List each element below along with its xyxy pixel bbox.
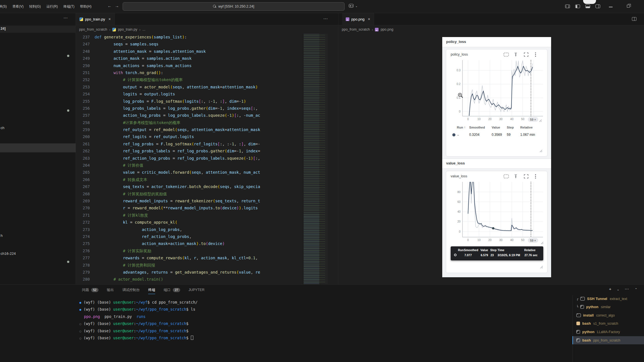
customize-layout-icon[interactable] — [565, 4, 570, 8]
table-header[interactable]: Step — [507, 126, 514, 129]
table-header[interactable]: Smoothed — [469, 126, 485, 129]
breadcrumb-file[interactable]: ppo.png — [381, 28, 393, 31]
terminal-list-item-python-llama[interactable]: python LLaMA-Factory — [572, 328, 644, 336]
tab-ppo-train-py[interactable]: ppo_train.py × — [76, 13, 115, 25]
breadcrumb-folder[interactable]: ppo_from_scratch — [342, 28, 370, 31]
editor-tab-bar: ppo.png × — [338, 13, 644, 25]
breadcrumb-file[interactable]: ppo_train.py — [118, 28, 137, 31]
menu-selection[interactable]: 择(S) — [0, 4, 10, 9]
menu-help[interactable]: 帮助(H) — [77, 4, 94, 9]
command-center-search[interactable]: wyf [SSH: 10.250.2.24] — [123, 2, 345, 11]
toggle-sidebar-icon[interactable] — [575, 4, 580, 8]
back-icon[interactable]: ← — [107, 3, 112, 8]
bottom-panel: 问题52 输出 调试控制台 终端 端口27 JUPYTER + ⌄ ⋯ ⌃ ● … — [0, 284, 644, 362]
fullscreen-icon[interactable] — [524, 52, 528, 57]
terminal-list-item-python[interactable]: └ python similar — [572, 303, 644, 311]
mouse-cursor-blob — [583, 0, 596, 4]
forward-icon[interactable]: → — [115, 3, 119, 8]
chart-title: policy_loss — [451, 52, 468, 56]
tab-debug-console[interactable]: 调试控制台 — [122, 285, 140, 295]
maximize-panel-icon[interactable]: ⌃ — [635, 288, 637, 291]
tab-problems[interactable]: 问题52 — [82, 285, 98, 295]
editor-tab-bar: ppo_train.py × — [76, 13, 338, 25]
terminal-dropdown-icon[interactable]: ⌄ — [617, 288, 619, 291]
line-number: 278 — [76, 262, 90, 269]
code-editor[interactable]: 237def generate_experiences(samples_list… — [76, 34, 302, 284]
tab-jupyter[interactable]: JUPYTER — [189, 285, 205, 295]
svg-text:40: 40 — [457, 210, 461, 213]
toggle-secondary-sidebar-icon[interactable] — [595, 4, 600, 8]
python-file-icon — [79, 17, 83, 21]
toggle-panel-icon[interactable] — [585, 4, 590, 8]
restore-icon[interactable] — [627, 5, 630, 8]
run-color-dot[interactable] — [452, 133, 455, 136]
badge-close-icon[interactable]: × — [534, 118, 536, 121]
badge-close-icon[interactable]: × — [534, 239, 536, 242]
sidebar-header-row[interactable] — [0, 26, 76, 33]
table-header[interactable]: Run ↑ — [457, 126, 466, 129]
sidebar-item[interactable]: ch16-224 — [1, 251, 16, 256]
fit-domain-icon[interactable] — [503, 52, 509, 57]
breadcrumb-folder[interactable]: ppo_from_scratch — [79, 28, 107, 31]
line-number: 269 — [76, 198, 90, 205]
editor-actions-icon[interactable]: ⋯ — [323, 16, 328, 21]
sidebar-more-icon[interactable]: ⋯ — [63, 15, 68, 20]
breadcrumb-symbol[interactable]: ... — [143, 28, 145, 31]
split-editor-icon[interactable] — [632, 17, 636, 21]
new-terminal-icon[interactable]: + — [609, 287, 611, 291]
terminal-list-item-bash-s1[interactable]: bash s1_from_scratch — [572, 319, 644, 327]
menu-view[interactable]: 查看(V) — [10, 4, 26, 9]
pin-icon[interactable] — [514, 52, 518, 57]
minimize-icon[interactable] — [609, 7, 613, 7]
line-number: 272 — [76, 219, 90, 226]
copilot-chevron-icon[interactable]: ⌄ — [355, 4, 357, 8]
policy-loss-chart[interactable]: 0102030405000.10.20.3 — [450, 60, 543, 121]
fit-domain-icon[interactable] — [503, 174, 509, 178]
explorer-sidebar: 24] ⋯ ch h ch16-224 d_community_extract … — [0, 13, 76, 284]
tab-ppo-png[interactable]: ppo.png × — [342, 13, 374, 25]
panel-more-icon[interactable]: ⋯ — [625, 287, 629, 292]
terminal-desc: s1_from_scratch — [593, 322, 618, 326]
close-icon[interactable]: × — [109, 17, 111, 21]
terminal-line: ● (wyf) (base) user@user:~/wyf$ cd ppo_f… — [79, 299, 198, 306]
terminal-list-item-bash-ppo[interactable]: bash ppo_from_scratch — [572, 336, 644, 344]
svg-text:0: 0 — [459, 230, 461, 233]
line-number: 259 — [76, 126, 90, 133]
value-loss-chart[interactable]: 01020304050020406080 — [450, 182, 543, 242]
close-icon[interactable]: × — [368, 17, 370, 21]
editor-group-code: ppo_train.py × ⋯ ppo_from_scratch › ppo_… — [76, 13, 338, 284]
tab-terminal[interactable]: 终端 — [148, 285, 155, 295]
copilot-icon[interactable] — [349, 4, 354, 8]
tab-ports[interactable]: 端口27 — [164, 285, 180, 295]
sidebar-selected-row[interactable] — [0, 143, 76, 152]
vscode-window: 择(S) 查看(V) 转到(G) 运行(R) 终端(T) 帮助(H) ← → w… — [0, 0, 644, 362]
menu-run[interactable]: 运行(R) — [43, 4, 61, 9]
kebab-menu-icon[interactable] — [535, 174, 536, 179]
menu-goto[interactable]: 转到(G) — [26, 4, 43, 9]
sidebar-item[interactable]: h — [1, 233, 3, 238]
axis-end-badge[interactable]: 59× — [528, 117, 538, 122]
terminal-list-item-install[interactable]: install correct_algo — [572, 311, 644, 319]
resize-handle-icon[interactable] — [539, 119, 542, 122]
table-header[interactable]: Value — [492, 126, 500, 129]
code-line: 280 # actor_model.train() — [76, 276, 302, 283]
code-line: 277 rewards = compute_rewards(kl, r, act… — [76, 255, 302, 262]
terminal-desc: ppo_from_scratch — [593, 338, 620, 342]
resize-handle-icon[interactable] — [539, 149, 542, 152]
resize-handle-icon[interactable] — [540, 265, 543, 269]
table-header[interactable]: Relative — [520, 126, 533, 129]
sidebar-item[interactable]: ch — [1, 126, 4, 130]
axis-end-badge[interactable]: 59× — [528, 238, 538, 243]
line-number: 237 — [76, 34, 90, 41]
terminal-output[interactable]: ● (wyf) (base) user@user:~/wyf$ cd ppo_f… — [79, 299, 198, 342]
menu-terminal[interactable]: 终端(T) — [61, 4, 77, 9]
tab-output[interactable]: 输出 — [107, 285, 114, 295]
fullscreen-icon[interactable] — [524, 174, 528, 178]
minimap[interactable] — [302, 34, 328, 284]
code-line: 271 # 计算kl散度 — [76, 212, 302, 219]
terminal-list-item-ssh-tunnel[interactable]: ┌ SSH Tunnel extract_text — [572, 295, 644, 303]
pin-icon[interactable] — [514, 174, 518, 178]
modified-dot-icon — [67, 261, 69, 263]
resize-handle-icon[interactable] — [540, 241, 544, 244]
kebab-menu-icon[interactable] — [535, 52, 536, 57]
